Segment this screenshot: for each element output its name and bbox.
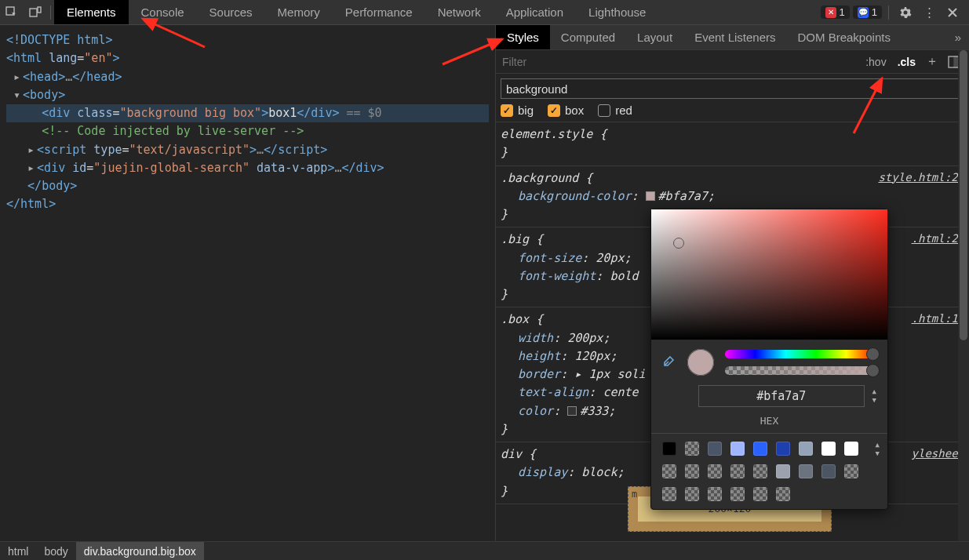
palette-stepper-icon[interactable]: ▲▼ [876,442,880,457]
styles-tab-computed[interactable]: Computed [550,25,626,49]
cls-check-box[interactable]: box [548,104,584,117]
svg-rect-2 [38,7,41,13]
cls-toggle[interactable]: .cls [894,56,919,68]
dom-doctype[interactable]: <!DOCTYPE html> [6,33,112,47]
errors-badge[interactable]: ✕ 1 [821,5,850,19]
palette-swatch[interactable] [685,487,699,501]
palette-swatch[interactable] [730,442,745,456]
palette-swatch[interactable] [708,464,722,478]
palette-swatch[interactable] [753,464,767,478]
styles-tab-styles[interactable]: Styles [496,25,550,49]
tab-console[interactable]: Console [129,0,197,24]
messages-badge[interactable]: 💬 1 [853,5,882,19]
palette-swatch[interactable] [776,487,790,501]
tab-lighthouse[interactable]: Lighthouse [576,0,658,24]
inspect-icon[interactable] [0,0,24,24]
cls-check-red[interactable]: red [598,104,632,117]
styles-tab-dombp[interactable]: DOM Breakpoints [787,25,902,49]
dom-html-close[interactable]: </html> [6,197,56,211]
rule-element-style[interactable]: element.style { } [496,122,969,166]
tab-sources[interactable]: Sources [197,0,265,24]
styles-panel: Styles Computed Layout Event Listeners D… [496,25,969,541]
dom-tree[interactable]: <!DOCTYPE html> <html lang="en"> ▸<head>… [0,25,495,220]
satval-cursor-icon[interactable] [673,238,684,249]
tab-network[interactable]: Network [425,0,494,24]
palette-swatch[interactable] [662,442,676,456]
palette-swatch[interactable] [730,464,745,478]
alpha-slider[interactable] [725,366,876,375]
source-link[interactable]: style.html:24 [878,169,964,187]
color-swatch-icon[interactable] [567,406,577,416]
palette-swatch[interactable] [799,442,813,456]
color-picker-popover: #bfa7a7 ▲▼ HEX ▲▼ [650,209,888,510]
hue-slider[interactable] [725,350,876,358]
styles-tab-layout[interactable]: Layout [626,25,683,49]
errors-count: 1 [840,6,845,18]
color-swatch-icon[interactable] [646,191,655,201]
palette-swatch[interactable] [730,487,745,501]
eq0-marker: == $0 [339,106,381,120]
tab-performance[interactable]: Performance [333,0,425,24]
kebab-menu-icon[interactable]: ⋮ [919,2,939,23]
new-rule-icon[interactable]: ＋ [923,53,941,71]
cls-editor: big box red [496,74,969,122]
current-color-swatch [687,349,714,376]
slider-thumb-icon[interactable] [866,364,880,377]
palette-swatch[interactable] [753,487,767,501]
cls-search-input[interactable] [501,78,964,99]
palette-swatch[interactable] [685,442,699,456]
eyedropper-icon[interactable] [662,354,676,371]
palette-swatch[interactable] [844,442,858,456]
hov-toggle[interactable]: :hov [862,56,889,68]
checkbox-icon[interactable] [501,104,513,117]
dom-comment: <!-- Code injected by live-server --> [42,124,304,138]
tab-elements[interactable]: Elements [54,0,129,24]
dom-body-open[interactable]: <body> [23,88,65,102]
styles-tab-listeners[interactable]: Event Listeners [683,25,786,49]
dom-selected-node[interactable]: <div class="background big box">box1</di… [6,104,489,122]
palette-swatch[interactable] [776,464,790,478]
divider [888,5,889,20]
palette-swatch[interactable] [708,442,722,456]
palette-swatch[interactable] [821,464,836,478]
palette-swatch[interactable] [708,487,722,501]
device-toggle-icon[interactable] [24,0,47,24]
checkbox-icon[interactable] [598,104,610,117]
palette-swatch[interactable] [799,464,813,478]
scrollbar-thumb[interactable] [960,50,967,340]
close-icon[interactable] [942,2,963,23]
styles-filter-input[interactable] [502,56,858,68]
main-split: <!DOCTYPE html> <html lang="en"> ▸<head>… [0,25,969,541]
styles-tabstrip: Styles Computed Layout Event Listeners D… [496,25,969,50]
styles-tabs-overflow-icon[interactable]: » [955,31,969,44]
palette-swatch[interactable] [776,442,790,456]
source-link[interactable]: .html:10 [912,311,964,328]
palette-swatch[interactable] [753,442,767,456]
hex-input[interactable]: #bfa7a7 [698,385,865,407]
format-stepper-icon[interactable]: ▲▼ [872,388,876,404]
svg-rect-1 [30,9,37,16]
palette-swatch[interactable] [844,464,858,478]
slider-thumb-icon[interactable] [866,347,880,361]
source-link[interactable]: .html:20 [912,231,964,248]
palette-swatch[interactable] [685,464,699,478]
source-link[interactable]: ylesheet [912,445,964,463]
palette: ▲▼ [651,433,887,509]
divider [50,5,51,20]
settings-icon[interactable] [895,2,916,23]
devtools-topbar: Elements Console Sources Memory Performa… [0,0,969,25]
vertical-scrollbar[interactable] [958,50,969,541]
topbar-left: Elements Console Sources Memory Performa… [0,0,658,24]
tab-memory[interactable]: Memory [265,0,333,24]
crumb-selected[interactable]: div.background.big.box [76,542,204,560]
satval-field[interactable] [651,209,887,340]
palette-swatch[interactable] [821,442,836,456]
checkbox-icon[interactable] [548,104,560,117]
cls-check-big[interactable]: big [501,104,534,117]
palette-swatch[interactable] [662,464,676,478]
dom-body-close[interactable]: </body> [27,179,77,193]
crumb-html[interactable]: html [0,542,36,560]
tab-application[interactable]: Application [494,0,576,24]
crumb-body[interactable]: body [36,542,75,560]
palette-swatch[interactable] [662,487,676,501]
